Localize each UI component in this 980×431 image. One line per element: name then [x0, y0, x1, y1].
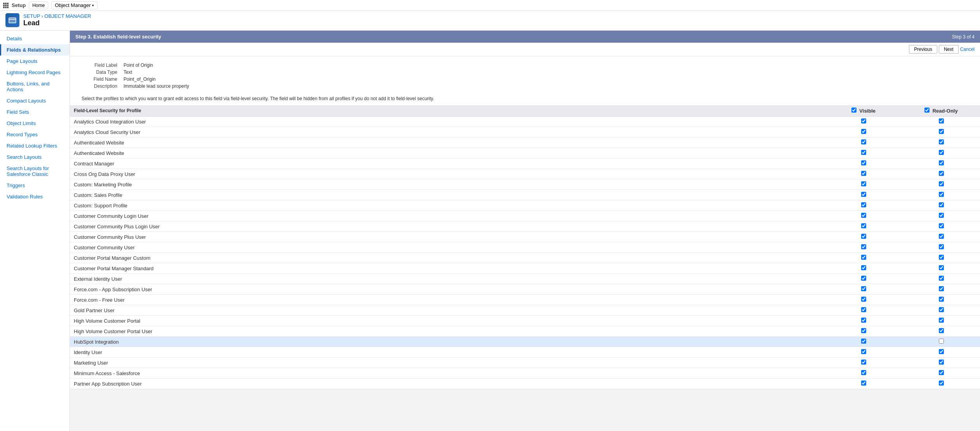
readonly-cell[interactable] [902, 242, 980, 253]
readonly-checkbox[interactable] [939, 339, 944, 344]
readonly-checkbox[interactable] [939, 192, 944, 197]
sidebar-item-object-limits[interactable]: Object Limits [0, 118, 70, 129]
app-grid-icon[interactable] [3, 3, 9, 8]
sidebar-item-fields-relationships[interactable]: Fields & Relationships [0, 44, 70, 56]
visible-cell[interactable] [825, 305, 902, 316]
readonly-cell[interactable] [902, 169, 980, 179]
visible-checkbox[interactable] [861, 307, 866, 312]
visible-cell[interactable] [825, 316, 902, 326]
visible-cell[interactable] [825, 200, 902, 211]
readonly-checkbox[interactable] [939, 265, 944, 270]
visible-checkbox[interactable] [861, 234, 866, 239]
readonly-checkbox[interactable] [939, 213, 944, 218]
visible-cell[interactable] [825, 190, 902, 200]
visible-checkbox[interactable] [861, 160, 866, 165]
visible-checkbox[interactable] [861, 139, 866, 144]
visible-checkbox[interactable] [861, 202, 866, 207]
readonly-cell[interactable] [902, 127, 980, 137]
readonly-checkbox[interactable] [939, 181, 944, 186]
readonly-cell[interactable] [902, 284, 980, 295]
readonly-cell[interactable] [902, 347, 980, 358]
sidebar-item-record-types[interactable]: Record Types [0, 129, 70, 140]
visible-checkbox[interactable] [861, 129, 866, 134]
readonly-checkbox[interactable] [939, 307, 944, 312]
readonly-checkbox[interactable] [939, 328, 944, 333]
visible-checkbox[interactable] [861, 286, 866, 291]
visible-checkbox[interactable] [861, 265, 866, 270]
readonly-cell[interactable] [902, 337, 980, 347]
readonly-checkbox[interactable] [939, 286, 944, 291]
home-button[interactable]: Home [29, 2, 48, 9]
readonly-cell[interactable] [902, 295, 980, 305]
sidebar-item-field-sets[interactable]: Field Sets [0, 106, 70, 118]
visible-all-checkbox[interactable] [851, 108, 856, 113]
breadcrumb-setup[interactable]: SETUP [23, 13, 40, 19]
readonly-cell[interactable] [902, 253, 980, 263]
visible-cell[interactable] [825, 242, 902, 253]
readonly-cell[interactable] [902, 358, 980, 368]
readonly-cell[interactable] [902, 158, 980, 169]
visible-checkbox[interactable] [861, 339, 866, 344]
readonly-checkbox[interactable] [939, 244, 944, 249]
visible-checkbox[interactable] [861, 213, 866, 218]
visible-checkbox[interactable] [861, 171, 866, 176]
visible-cell[interactable] [825, 337, 902, 347]
readonly-checkbox[interactable] [939, 360, 944, 365]
visible-checkbox[interactable] [861, 244, 866, 249]
visible-cell[interactable] [825, 169, 902, 179]
visible-cell[interactable] [825, 295, 902, 305]
readonly-checkbox[interactable] [939, 139, 944, 144]
visible-cell[interactable] [825, 368, 902, 379]
visible-checkbox[interactable] [861, 192, 866, 197]
visible-checkbox[interactable] [861, 318, 866, 323]
readonly-cell[interactable] [902, 274, 980, 284]
readonly-checkbox[interactable] [939, 349, 944, 354]
visible-cell[interactable] [825, 232, 902, 242]
readonly-checkbox[interactable] [939, 234, 944, 239]
visible-cell[interactable] [825, 148, 902, 158]
readonly-checkbox[interactable] [939, 276, 944, 281]
visible-cell[interactable] [825, 253, 902, 263]
readonly-all-checkbox[interactable] [924, 108, 930, 113]
object-manager-button[interactable]: Object Manager ▾ [51, 1, 97, 9]
visible-checkbox[interactable] [861, 223, 866, 228]
visible-cell[interactable] [825, 326, 902, 337]
readonly-checkbox[interactable] [939, 318, 944, 323]
visible-cell[interactable] [825, 179, 902, 190]
readonly-checkbox[interactable] [939, 171, 944, 176]
readonly-checkbox[interactable] [939, 297, 944, 302]
readonly-checkbox[interactable] [939, 160, 944, 165]
readonly-cell[interactable] [902, 211, 980, 221]
visible-checkbox[interactable] [861, 360, 866, 365]
readonly-cell[interactable] [902, 200, 980, 211]
visible-cell[interactable] [825, 158, 902, 169]
visible-checkbox[interactable] [861, 118, 866, 123]
sidebar-item-search-layouts-sfclassic[interactable]: Search Layouts for Salesforce Classic [0, 163, 70, 180]
sidebar-item-lightning-record-pages[interactable]: Lightning Record Pages [0, 67, 70, 78]
readonly-checkbox[interactable] [939, 255, 944, 260]
visible-cell[interactable] [825, 347, 902, 358]
readonly-checkbox[interactable] [939, 202, 944, 207]
visible-checkbox[interactable] [861, 349, 866, 354]
visible-cell[interactable] [825, 116, 902, 127]
readonly-cell[interactable] [902, 379, 980, 389]
visible-cell[interactable] [825, 221, 902, 232]
visible-cell[interactable] [825, 137, 902, 148]
visible-cell[interactable] [825, 379, 902, 389]
visible-checkbox[interactable] [861, 328, 866, 333]
previous-button[interactable]: Previous [909, 45, 937, 54]
readonly-cell[interactable] [902, 326, 980, 337]
sidebar-item-compact-layouts[interactable]: Compact Layouts [0, 95, 70, 106]
readonly-checkbox[interactable] [939, 381, 944, 386]
readonly-cell[interactable] [902, 179, 980, 190]
readonly-cell[interactable] [902, 148, 980, 158]
visible-cell[interactable] [825, 358, 902, 368]
visible-checkbox[interactable] [861, 297, 866, 302]
visible-checkbox[interactable] [861, 181, 866, 186]
visible-cell[interactable] [825, 127, 902, 137]
visible-cell[interactable] [825, 263, 902, 274]
readonly-checkbox[interactable] [939, 370, 944, 375]
next-button[interactable]: Next [939, 45, 959, 54]
breadcrumb-object-manager[interactable]: OBJECT MANAGER [44, 13, 91, 19]
readonly-checkbox[interactable] [939, 118, 944, 123]
